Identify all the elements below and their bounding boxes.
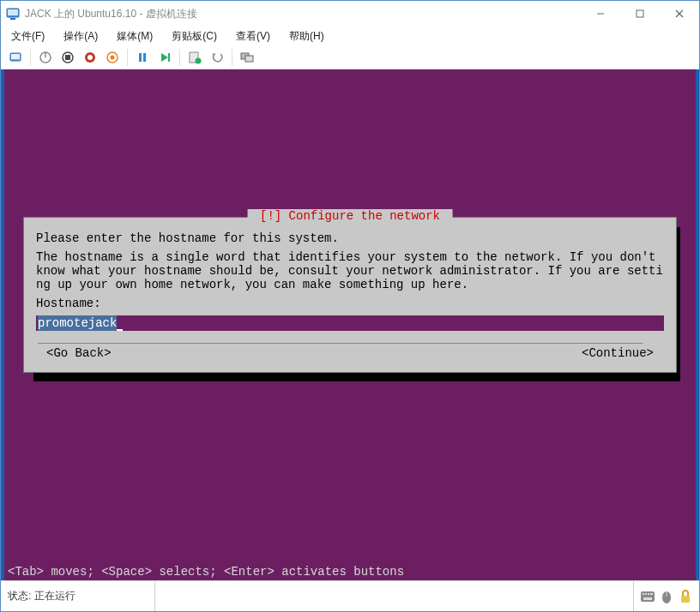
svg-rect-27 [643,593,644,595]
reset-button[interactable] [154,47,175,68]
window-controls [581,1,699,27]
menu-clipboard[interactable]: 剪贴板(C) [166,27,222,45]
vm-viewport[interactable]: [!] Configure the network Please enter t… [1,69,699,580]
input-fill: ________________________________________… [38,332,643,345]
hostname-label: Hostname: [36,297,664,310]
menu-view[interactable]: 查看(V) [231,27,275,45]
installer-content: [!] Configure the network Please enter t… [4,69,696,580]
menu-file[interactable]: 文件(F) [6,27,50,45]
configure-network-dialog: [!] Configure the network Please enter t… [23,217,677,373]
svg-point-16 [111,55,115,59]
configure-network-dialog-wrap: [!] Configure the network Please enter t… [23,217,677,373]
status-cell: 状态: 正在运行 [1,581,155,611]
turnoff-button[interactable] [57,47,78,68]
toolbar-separator [232,49,232,66]
dialog-description: The hostname is a single word that ident… [36,250,664,291]
lock-icon [679,590,692,603]
dialog-prompt: Please enter the hostname for this syste… [36,231,664,245]
pause-button[interactable] [132,47,153,68]
maximize-button[interactable] [620,1,660,27]
svg-rect-25 [245,56,253,62]
menu-help[interactable]: 帮助(H) [284,27,329,45]
svg-rect-2 [10,18,15,20]
enhanced-session-button[interactable] [237,47,257,68]
menu-action[interactable]: 操作(A) [58,27,103,45]
keyboard-icon [641,590,655,603]
svg-rect-26 [641,591,655,602]
close-button[interactable] [660,1,699,27]
svg-point-22 [196,57,202,63]
text-cursor [117,317,123,331]
svg-rect-18 [143,53,146,62]
svg-rect-4 [637,10,643,17]
svg-rect-29 [648,593,649,595]
checkpoint-button[interactable] [184,47,205,68]
hostname-value: promotejack [38,315,117,331]
dialog-title: [!] Configure the network [248,209,453,223]
dialog-buttons: <Go Back> <Continue> [36,346,664,360]
svg-rect-34 [681,596,690,603]
toolbar [1,45,699,69]
continue-button[interactable]: <Continue> [582,346,654,360]
svg-rect-17 [139,53,142,62]
menubar: 文件(F) 操作(A) 媒体(M) 剪贴板(C) 查看(V) 帮助(H) [1,27,699,45]
app-icon [6,7,20,21]
ctrl-alt-del-button[interactable] [5,47,26,68]
svg-rect-8 [11,54,20,59]
svg-rect-12 [65,55,70,60]
status-tray [634,590,699,603]
save-button[interactable] [102,47,123,68]
svg-rect-28 [645,593,647,595]
svg-point-14 [88,55,93,60]
hostname-input[interactable]: promotejack_____________________________… [36,315,664,331]
toolbar-separator [179,49,180,66]
start-button[interactable] [35,47,56,68]
desktop-edge [696,69,699,580]
mouse-icon [660,590,673,603]
installer-hint: <Tab> moves; <Space> selects; <Enter> ac… [4,563,696,580]
toolbar-separator [127,49,128,66]
menu-media[interactable]: 媒体(M) [112,27,158,45]
window-title: JACK 上的 Ubuntu16.10 - 虚拟机连接 [25,7,581,21]
status-value: 正在运行 [34,589,75,603]
svg-marker-19 [161,53,168,62]
toolbar-separator [30,49,31,66]
svg-rect-20 [168,53,170,62]
svg-rect-1 [8,9,18,15]
hyperv-window: JACK 上的 Ubuntu16.10 - 虚拟机连接 文件(F) 操作(A) … [0,0,700,612]
minimize-button[interactable] [581,1,620,27]
status-blank [155,581,634,611]
shutdown-button[interactable] [80,47,100,68]
svg-rect-30 [650,593,653,595]
go-back-button[interactable]: <Go Back> [46,346,112,360]
statusbar: 状态: 正在运行 [1,580,699,611]
svg-rect-31 [643,597,652,600]
status-label: 状态: [8,589,31,603]
titlebar: JACK 上的 Ubuntu16.10 - 虚拟机连接 [1,1,699,27]
revert-button[interactable] [207,47,227,68]
